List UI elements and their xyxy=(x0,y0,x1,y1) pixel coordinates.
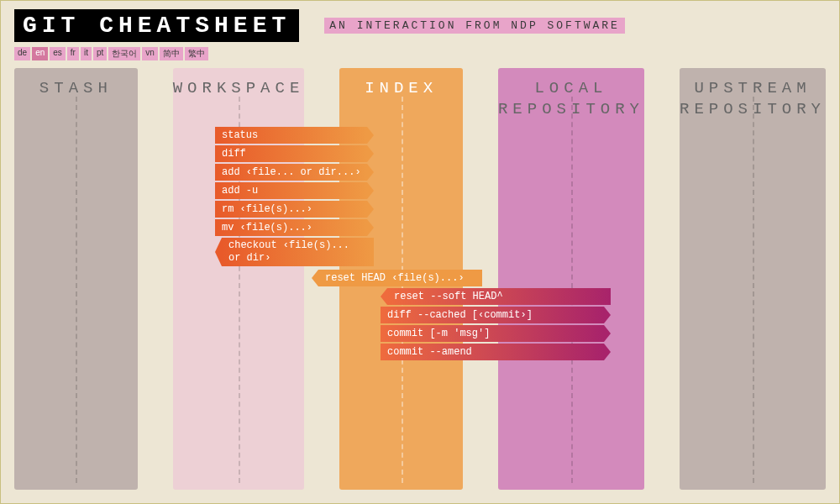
page-subtitle: AN INTERACTION FROM NDP SOFTWARE xyxy=(324,18,625,34)
col-upstream-repo-label: UPSTREAM REPOSITORY xyxy=(680,68,826,119)
cmd-mv[interactable]: mv ‹file(s)...› xyxy=(215,219,367,236)
lang-fr[interactable]: fr xyxy=(67,47,79,60)
col-local-repository[interactable]: LOCAL REPOSITORY xyxy=(498,68,644,490)
col-workspace-label: WORKSPACE xyxy=(173,68,305,99)
lang-vn[interactable]: vn xyxy=(142,47,158,60)
lang-en[interactable]: en xyxy=(32,47,48,60)
cmd-commit-msg[interactable]: commit [-m 'msg'] xyxy=(381,325,604,342)
lang-it[interactable]: it xyxy=(81,47,92,60)
col-local-repo-label: LOCAL REPOSITORY xyxy=(498,68,644,119)
col-upstream-repository[interactable]: UPSTREAM REPOSITORY xyxy=(680,68,826,490)
cmd-add-u[interactable]: add -u xyxy=(215,182,367,199)
cmd-status[interactable]: status xyxy=(215,127,367,144)
cmd-rm[interactable]: rm ‹file(s)...› xyxy=(215,201,367,218)
lang-es[interactable]: es xyxy=(50,47,66,60)
page-title: GIT CHEATSHEET xyxy=(14,9,299,42)
cmd-reset-soft[interactable]: reset --soft HEAD^ xyxy=(387,288,611,305)
cmd-add[interactable]: add ‹file... or dir...› xyxy=(215,164,367,181)
cmd-commit-amend[interactable]: commit --amend xyxy=(381,344,604,360)
lang-ko[interactable]: 한국어 xyxy=(108,47,140,60)
lang-de[interactable]: de xyxy=(14,47,30,60)
language-switcher: de en es fr it pt 한국어 vn 简中 繁中 xyxy=(1,47,839,60)
lang-zh-trad[interactable]: 繁中 xyxy=(185,47,208,60)
cmd-diff[interactable]: diff xyxy=(215,145,367,162)
cmd-checkout[interactable]: checkout ‹file(s)... or dir› xyxy=(222,238,374,266)
col-index-label: INDEX xyxy=(339,68,463,99)
col-stash-label: STASH xyxy=(14,68,138,99)
cmd-diff-cached[interactable]: diff --cached [‹commit›] xyxy=(381,307,604,323)
col-stash[interactable]: STASH xyxy=(14,68,138,490)
lang-pt[interactable]: pt xyxy=(93,47,107,60)
lang-zh-simp[interactable]: 简中 xyxy=(160,47,183,60)
cmd-reset-head[interactable]: reset HEAD ‹file(s)...› xyxy=(318,270,482,286)
